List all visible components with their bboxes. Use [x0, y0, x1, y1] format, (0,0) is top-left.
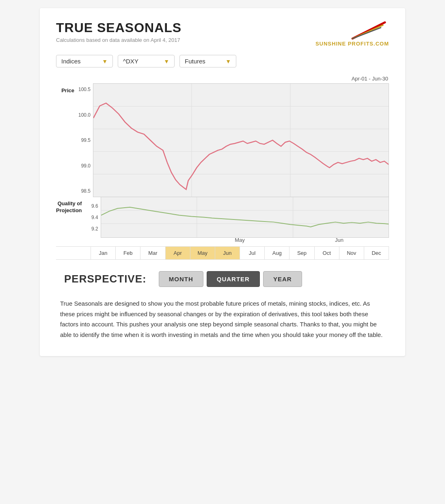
chart-axis-mid-labels: May Jun [56, 237, 389, 243]
dropdown-dxy-label: ^DXY [123, 58, 138, 65]
price-chart-wrapper: Price 100.5 100.0 99.5 99.0 98.5 [56, 83, 389, 197]
price-chart-svg-container [93, 83, 389, 197]
description-text: True Seasonals are designed to show you … [56, 298, 389, 340]
dropdown-futures[interactable]: Futures ▼ [179, 55, 236, 67]
month-buttons-row: Jan Feb Mar Apr May Jun Jul Aug Sep Oct … [56, 246, 389, 260]
logo-com: .COM [374, 41, 389, 47]
quality-chart-with-yvals: 9.6 9.4 9.2 [84, 197, 389, 238]
quality-section: Quality ofProjection 9.6 9.4 9.2 [56, 197, 389, 238]
q-y-val-0: 9.6 [84, 203, 98, 209]
y-val-0: 100.5 [77, 87, 91, 92]
price-chart-with-yvals: 100.5 100.0 99.5 99.0 98.5 [77, 83, 389, 197]
month-btn-jul[interactable]: Jul [240, 247, 265, 259]
perspective-section: PERSPECTIVE: MONTH QUARTER YEAR [56, 271, 389, 287]
logo-text: SUNSHINE PROFITS.COM [315, 41, 389, 47]
logo: SUNSHINE PROFITS.COM [315, 20, 389, 47]
perspective-year-button[interactable]: YEAR [263, 271, 302, 287]
month-btn-may[interactable]: May [190, 247, 215, 259]
logo-graphic [344, 20, 389, 41]
dropdown-futures-arrow: ▼ [225, 58, 231, 65]
quality-chart-svg-container [101, 197, 389, 238]
dropdown-dxy-arrow: ▼ [164, 58, 169, 65]
logo-sunshine: SUNSHINE [315, 41, 348, 47]
main-container: TRUE SEASONALS Calculations based on dat… [40, 8, 405, 356]
perspective-buttons: MONTH QUARTER YEAR [159, 271, 302, 287]
dropdown-futures-label: Futures [185, 58, 205, 65]
price-y-label: Price [56, 83, 74, 197]
header-left: TRUE SEASONALS Calculations based on dat… [56, 20, 181, 43]
logo-profits: PROFITS [348, 41, 374, 47]
month-btn-apr[interactable]: Apr [166, 247, 190, 259]
month-btn-jan[interactable]: Jan [91, 247, 116, 259]
quality-wrapper: Quality ofProjection 9.6 9.4 9.2 [56, 197, 389, 238]
header: TRUE SEASONALS Calculations based on dat… [56, 20, 389, 47]
price-chart-area: Price 100.5 100.0 99.5 99.0 98.5 [56, 83, 389, 197]
page-title: TRUE SEASONALS [56, 20, 181, 35]
y-val-4: 98.5 [77, 188, 91, 194]
svg-line-2 [352, 28, 381, 39]
price-y-values: 100.5 100.0 99.5 99.0 98.5 [77, 83, 93, 197]
month-btn-sep[interactable]: Sep [289, 247, 314, 259]
perspective-quarter-button[interactable]: QUARTER [207, 271, 260, 287]
month-btn-oct[interactable]: Oct [315, 247, 339, 259]
quality-chart-svg [101, 197, 389, 237]
month-btn-dec[interactable]: Dec [364, 247, 389, 259]
month-btn-feb[interactable]: Feb [116, 247, 140, 259]
price-chart-svg [93, 84, 389, 197]
y-val-3: 99.0 [77, 163, 91, 169]
may-label: May [190, 237, 289, 243]
spacer-left [91, 237, 190, 243]
jun-label: Jun [289, 237, 389, 243]
quality-y-values: 9.6 9.4 9.2 [84, 197, 101, 238]
dropdown-indices[interactable]: Indices ▼ [56, 55, 113, 67]
q-y-val-1: 9.4 [84, 215, 98, 220]
perspective-month-button[interactable]: MONTH [159, 271, 203, 287]
dropdown-indices-label: Indices [61, 58, 81, 65]
dropdown-indices-arrow: ▼ [102, 58, 108, 65]
q-y-val-2: 9.2 [84, 226, 98, 232]
date-range: Apr-01 - Jun-30 [56, 76, 389, 82]
y-val-2: 99.5 [77, 137, 91, 143]
y-val-1: 100.0 [77, 112, 91, 118]
quality-y-label: Quality ofProjection [56, 197, 84, 238]
perspective-label: PERSPECTIVE: [64, 273, 147, 285]
subtitle: Calculations based on data available on … [56, 37, 181, 43]
month-btn-mar[interactable]: Mar [140, 247, 165, 259]
dropdowns-row: Indices ▼ ^DXY ▼ Futures ▼ [56, 55, 389, 67]
dropdown-dxy[interactable]: ^DXY ▼ [118, 55, 175, 67]
month-btn-jun[interactable]: Jun [215, 247, 240, 259]
month-btn-aug[interactable]: Aug [265, 247, 289, 259]
month-btn-nov[interactable]: Nov [339, 247, 364, 259]
